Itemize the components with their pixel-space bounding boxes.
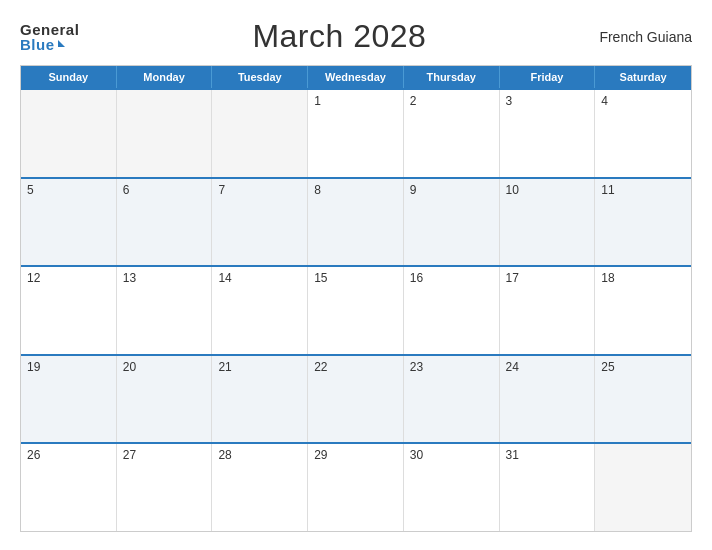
day-number: 24	[506, 360, 519, 374]
week-row-4: 19202122232425	[21, 354, 691, 443]
day-cell: 15	[308, 267, 404, 354]
logo-general-text: General	[20, 22, 79, 37]
day-cell: 8	[308, 179, 404, 266]
day-number: 13	[123, 271, 136, 285]
day-number: 22	[314, 360, 327, 374]
day-number: 21	[218, 360, 231, 374]
logo-blue-row: Blue	[20, 37, 65, 52]
day-cell	[212, 90, 308, 177]
day-cell	[117, 90, 213, 177]
day-number: 5	[27, 183, 34, 197]
weeks-container: 1234567891011121314151617181920212223242…	[21, 88, 691, 531]
day-number: 18	[601, 271, 614, 285]
day-number: 25	[601, 360, 614, 374]
day-cell: 10	[500, 179, 596, 266]
day-number: 15	[314, 271, 327, 285]
day-header-monday: Monday	[117, 66, 213, 88]
week-row-1: 1234	[21, 88, 691, 177]
day-number: 10	[506, 183, 519, 197]
day-cell	[21, 90, 117, 177]
day-number: 14	[218, 271, 231, 285]
day-number: 31	[506, 448, 519, 462]
day-number: 2	[410, 94, 417, 108]
region-label: French Guiana	[599, 29, 692, 45]
day-header-thursday: Thursday	[404, 66, 500, 88]
day-cell: 28	[212, 444, 308, 531]
day-cell: 18	[595, 267, 691, 354]
day-number: 9	[410, 183, 417, 197]
day-cell: 23	[404, 356, 500, 443]
day-number: 17	[506, 271, 519, 285]
logo-blue-text: Blue	[20, 37, 55, 52]
day-cell: 29	[308, 444, 404, 531]
day-number: 12	[27, 271, 40, 285]
week-row-3: 12131415161718	[21, 265, 691, 354]
day-cell: 1	[308, 90, 404, 177]
day-cell: 4	[595, 90, 691, 177]
day-number: 3	[506, 94, 513, 108]
day-number: 1	[314, 94, 321, 108]
day-cell: 26	[21, 444, 117, 531]
header: General Blue March 2028 French Guiana	[20, 18, 692, 55]
day-number: 27	[123, 448, 136, 462]
day-cell: 31	[500, 444, 596, 531]
day-cell: 20	[117, 356, 213, 443]
day-cell: 12	[21, 267, 117, 354]
day-cell: 30	[404, 444, 500, 531]
logo-triangle-icon	[58, 40, 65, 47]
day-header-tuesday: Tuesday	[212, 66, 308, 88]
calendar-title: March 2028	[252, 18, 426, 55]
day-cell: 2	[404, 90, 500, 177]
day-number: 19	[27, 360, 40, 374]
day-header-friday: Friday	[500, 66, 596, 88]
day-header-wednesday: Wednesday	[308, 66, 404, 88]
day-cell: 16	[404, 267, 500, 354]
day-number: 20	[123, 360, 136, 374]
day-number: 26	[27, 448, 40, 462]
day-cell: 24	[500, 356, 596, 443]
day-header-sunday: Sunday	[21, 66, 117, 88]
day-number: 30	[410, 448, 423, 462]
page: General Blue March 2028 French Guiana Su…	[0, 0, 712, 550]
day-cell: 14	[212, 267, 308, 354]
day-number: 28	[218, 448, 231, 462]
logo: General Blue	[20, 22, 79, 52]
day-number: 16	[410, 271, 423, 285]
day-cell: 6	[117, 179, 213, 266]
day-cell: 5	[21, 179, 117, 266]
day-number: 7	[218, 183, 225, 197]
day-number: 6	[123, 183, 130, 197]
day-cell: 11	[595, 179, 691, 266]
day-number: 4	[601, 94, 608, 108]
day-cell: 19	[21, 356, 117, 443]
day-number: 29	[314, 448, 327, 462]
week-row-5: 262728293031	[21, 442, 691, 531]
day-headers-row: SundayMondayTuesdayWednesdayThursdayFrid…	[21, 66, 691, 88]
day-cell: 13	[117, 267, 213, 354]
day-number: 23	[410, 360, 423, 374]
week-row-2: 567891011	[21, 177, 691, 266]
day-cell: 21	[212, 356, 308, 443]
day-cell: 9	[404, 179, 500, 266]
day-cell: 17	[500, 267, 596, 354]
calendar-grid: SundayMondayTuesdayWednesdayThursdayFrid…	[20, 65, 692, 532]
day-number: 8	[314, 183, 321, 197]
day-cell: 25	[595, 356, 691, 443]
day-cell: 7	[212, 179, 308, 266]
day-number: 11	[601, 183, 614, 197]
day-cell: 27	[117, 444, 213, 531]
day-cell: 22	[308, 356, 404, 443]
day-cell: 3	[500, 90, 596, 177]
day-cell	[595, 444, 691, 531]
day-header-saturday: Saturday	[595, 66, 691, 88]
